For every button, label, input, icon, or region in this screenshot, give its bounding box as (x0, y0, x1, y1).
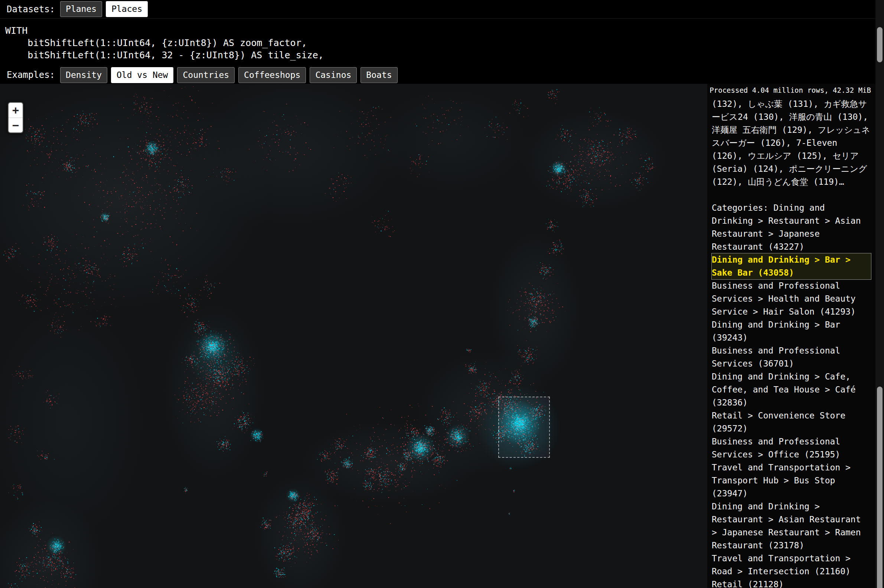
main-scrollbar-thumb[interactable] (877, 387, 882, 588)
zoom-in-button[interactable]: + (9, 103, 23, 118)
example-button-old-vs-new[interactable]: Old vs New (111, 67, 173, 83)
category-item[interactable]: Travel and Transportation > Transport Hu… (712, 461, 871, 500)
zoom-out-button[interactable]: − (9, 118, 23, 132)
zoom-control: + − (8, 102, 23, 133)
category-item[interactable]: Categories: Dining and Drinking > Restau… (712, 201, 871, 254)
category-item[interactable]: Dining and Drinking > Restaurant > Asian… (712, 500, 871, 552)
query-stats: Processed 4.04 million rows, 42.32 MiB (707, 84, 871, 98)
dataset-button-places[interactable]: Places (106, 1, 148, 17)
map-canvas[interactable] (0, 84, 707, 588)
example-button-density[interactable]: Density (60, 67, 107, 83)
example-button-casinos[interactable]: Casinos (310, 67, 357, 83)
category-item[interactable]: Business and Professional Services > Off… (712, 435, 871, 461)
examples-label: Examples: (7, 70, 55, 80)
datasets-bar: Datasets: PlanesPlaces (0, 0, 884, 18)
sql-editor[interactable]: WITH bitShiftLeft(1::UInt64, {z:UInt8}) … (0, 18, 884, 66)
dataset-buttons: PlanesPlaces (60, 1, 148, 17)
sql-scrollbar-thumb[interactable] (877, 27, 882, 62)
category-item-selected[interactable]: Dining and Drinking > Bar > Sake Bar (43… (712, 254, 871, 279)
categories-list: Categories: Dining and Drinking > Restau… (712, 201, 871, 588)
category-item[interactable]: Retail > Convenience Store (29572) (712, 409, 871, 435)
main-area: + − Processed 4.04 million rows, 42.32 M… (0, 84, 884, 588)
dataset-button-planes[interactable]: Planes (60, 1, 102, 17)
category-item[interactable]: Retail (21128) (712, 578, 871, 588)
example-button-coffeeshops[interactable]: Coffeeshops (238, 67, 306, 83)
page-scrollbar (875, 0, 884, 588)
category-item[interactable]: Dining and Drinking > Cafe, Coffee, and … (712, 370, 871, 409)
category-item[interactable]: Business and Professional Services (3670… (712, 344, 871, 370)
category-item[interactable]: Business and Professional Services > Hea… (712, 279, 871, 318)
examples-bar: Examples: DensityOld vs NewCountriesCoff… (0, 66, 884, 84)
example-button-boats[interactable]: Boats (361, 67, 397, 83)
map[interactable]: + − (0, 84, 707, 588)
brands-list: (132), しゃぶ葉 (131), カギ救急サービス24 (130), 洋服の… (712, 98, 871, 189)
map-selection-rectangle[interactable] (498, 397, 550, 458)
category-item[interactable]: Dining and Drinking > Bar (39243) (712, 318, 871, 344)
category-item[interactable]: Travel and Transportation > Road > Inter… (712, 552, 871, 578)
app: { "header": { "datasets_label": "Dataset… (0, 0, 884, 588)
sidebar: Processed 4.04 million rows, 42.32 MiB (… (707, 84, 875, 588)
datasets-label: Datasets: (7, 4, 55, 15)
example-buttons: DensityOld vs NewCountriesCoffeeshopsCas… (60, 67, 398, 83)
example-button-countries[interactable]: Countries (177, 67, 235, 83)
